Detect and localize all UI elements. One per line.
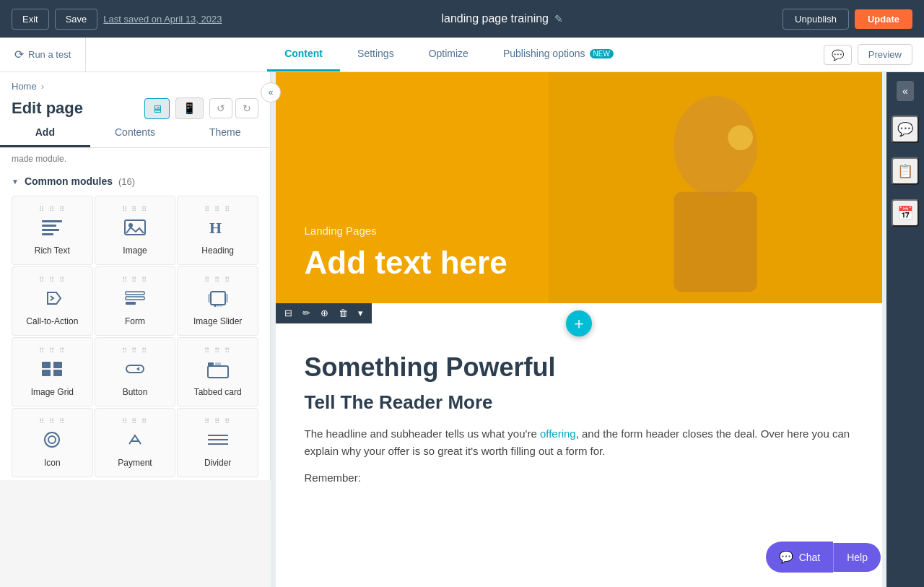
help-button[interactable]: Help — [833, 543, 881, 572]
heading-icon: H — [206, 217, 230, 241]
sidebar-tab-contents[interactable]: Contents — [90, 119, 180, 147]
svg-rect-21 — [208, 366, 228, 378]
rich-text-icon — [40, 217, 64, 241]
module-form-label: Form — [125, 316, 145, 326]
right-sidebar-collapse-button[interactable]: « — [897, 81, 914, 101]
undo-button[interactable]: ↺ — [209, 98, 232, 118]
module-tabbed-card[interactable]: ⠿ ⠿ ⠿ Tabbed card — [177, 337, 258, 406]
modules-grid: ⠿ ⠿ ⠿ Rich Text ⠿ ⠿ ⠿ — [0, 193, 270, 480]
module-payment[interactable]: ⠿ ⠿ ⠿ Payment — [95, 408, 176, 477]
module-drag-handle: ⠿ ⠿ ⠿ — [39, 417, 66, 425]
tab-publishing-options[interactable]: Publishing options NEW — [486, 38, 631, 71]
top-nav-center: landing page training ✎ — [441, 12, 563, 25]
module-image-grid-label: Image Grid — [31, 387, 74, 397]
secondary-navigation: ⟳ Run a test Content Settings Optimize P… — [0, 38, 924, 72]
module-drag-handle: ⠿ ⠿ ⠿ — [122, 276, 149, 284]
svg-rect-7 — [126, 292, 144, 295]
undo-redo-controls: ↺ ↻ — [209, 98, 258, 118]
run-test-button[interactable]: ⟳ Run a test — [0, 38, 86, 71]
svg-rect-18 — [42, 370, 51, 376]
svg-point-24 — [45, 432, 59, 447]
module-drag-handle: ⠿ ⠿ ⠿ — [39, 276, 66, 284]
tab-content[interactable]: Content — [267, 38, 340, 71]
module-drag-handle: ⠿ ⠿ ⠿ — [122, 417, 149, 425]
module-image[interactable]: ⠿ ⠿ ⠿ Image — [95, 196, 176, 265]
modules-section-label: Common modules — [25, 175, 113, 187]
content-heading: Something Powerful — [305, 352, 853, 383]
svg-rect-9 — [126, 302, 136, 305]
run-test-label: Run a test — [28, 49, 71, 60]
svg-rect-12 — [225, 294, 228, 303]
module-image-grid[interactable]: ⠿ ⠿ ⠿ Image Grid — [12, 337, 93, 406]
image-icon — [123, 217, 147, 241]
run-test-icon: ⟳ — [14, 48, 24, 61]
button-icon — [123, 359, 147, 383]
update-button[interactable]: Update — [855, 9, 912, 29]
chat-icon-button[interactable]: 💬 — [824, 45, 852, 65]
tab-optimize[interactable]: Optimize — [411, 38, 486, 71]
nav-right-actions: 💬 Preview — [812, 38, 924, 71]
sidebar-tab-add[interactable]: Add — [0, 119, 90, 147]
svg-rect-0 — [42, 220, 62, 222]
mobile-view-button[interactable]: 📱 — [175, 97, 204, 119]
content-remember: Remember: — [305, 471, 853, 484]
top-navigation: Exit Save Last saved on April 13, 2023 l… — [0, 0, 924, 38]
svg-point-25 — [48, 436, 56, 443]
help-label: Help — [847, 552, 868, 563]
chat-button[interactable]: 💬 Chat — [766, 542, 834, 573]
svg-rect-11 — [208, 294, 211, 303]
module-heading[interactable]: ⠿ ⠿ ⠿ H Heading — [177, 196, 258, 265]
preview-button[interactable]: Preview — [858, 44, 912, 65]
hero-background-image — [549, 72, 882, 303]
exit-button[interactable]: Exit — [12, 9, 49, 30]
right-sidebar-copy-icon[interactable]: 📋 — [892, 157, 919, 185]
module-image-slider[interactable]: ⠿ ⠿ ⠿ Image Slider — [177, 266, 258, 336]
save-button[interactable]: Save — [55, 9, 98, 30]
unpublish-button[interactable]: Unpublish — [783, 9, 849, 30]
module-rich-text[interactable]: ⠿ ⠿ ⠿ Rich Text — [12, 196, 93, 265]
right-sidebar-calendar-icon[interactable]: 📅 — [892, 199, 919, 227]
tabbed-card-icon — [206, 359, 230, 383]
module-call-to-action[interactable]: ⠿ ⠿ ⠿ Call-to-Action — [12, 266, 93, 336]
chat-widget: 💬 Chat Help — [766, 542, 881, 573]
svg-rect-23 — [215, 362, 221, 367]
module-icon[interactable]: ⠿ ⠿ ⠿ Icon — [12, 408, 93, 477]
svg-rect-32 — [674, 192, 757, 292]
svg-rect-8 — [126, 297, 144, 300]
svg-rect-4 — [125, 220, 145, 235]
chat-label: Chat — [799, 552, 821, 563]
tab-settings[interactable]: Settings — [340, 38, 411, 71]
module-payment-label: Payment — [118, 458, 152, 468]
cta-icon — [40, 288, 64, 312]
svg-rect-2 — [42, 229, 59, 231]
payment-icon — [123, 430, 147, 453]
edit-icon[interactable]: ✎ — [554, 13, 563, 25]
icon-module-icon — [40, 430, 64, 453]
svg-rect-16 — [42, 362, 51, 368]
add-section-button[interactable]: ＋ — [566, 310, 592, 336]
desktop-view-button[interactable]: 🖥 — [144, 98, 170, 119]
content-link[interactable]: offering — [540, 427, 576, 440]
modules-section-header[interactable]: ▼ Common modules (16) — [0, 170, 270, 193]
page-title: landing page training ✎ — [441, 12, 563, 25]
section-toggle-icon: ▼ — [12, 178, 19, 186]
content-subheading: Tell The Reader More — [305, 391, 853, 414]
divider-icon — [206, 430, 230, 453]
module-divider-label: Divider — [204, 458, 231, 468]
module-divider[interactable]: ⠿ ⠿ ⠿ Divider — [177, 408, 258, 477]
redo-button[interactable]: ↻ — [235, 98, 258, 118]
last-saved-text[interactable]: Last saved on April 13, 2023 — [103, 14, 222, 25]
right-sidebar-chat-icon[interactable]: 💬 — [892, 116, 919, 143]
sidebar-tab-theme[interactable]: Theme — [180, 119, 270, 147]
module-tabbed-card-label: Tabbed card — [194, 387, 242, 397]
content-section: Something Powerful Tell The Reader More … — [276, 323, 882, 498]
breadcrumb[interactable]: Home › — [12, 81, 258, 92]
nav-tabs: Content Settings Optimize Publishing opt… — [86, 38, 811, 71]
device-controls: 🖥 📱 — [144, 97, 204, 119]
module-form[interactable]: ⠿ ⠿ ⠿ Form — [95, 266, 176, 336]
module-button[interactable]: ⠿ ⠿ ⠿ Button — [95, 337, 176, 406]
svg-point-15 — [219, 305, 222, 307]
canvas-frame: Landing Pages Add text here ⊟ ✏ ⊕ 🗑 ▾ ＋ … — [276, 72, 882, 587]
module-button-label: Button — [123, 387, 148, 397]
hero-title: Add text here — [305, 245, 507, 280]
